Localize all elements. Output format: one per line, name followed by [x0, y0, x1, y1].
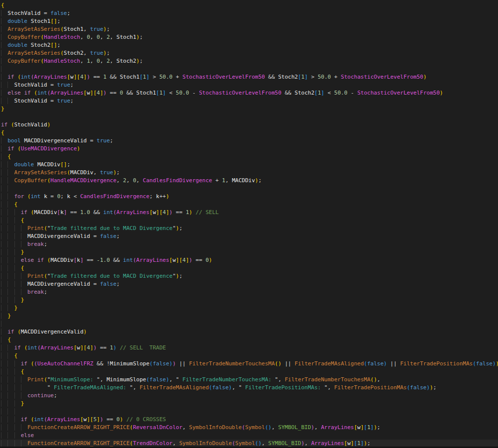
code-line[interactable]: if (StochValid) — [1, 121, 498, 129]
code-line[interactable]: if (UseMACDDivergence) — [1, 145, 498, 153]
indent-guide — [1, 257, 7, 263]
code-line[interactable]: { — [1, 352, 498, 360]
code-token: == — [97, 344, 110, 351]
code-line[interactable]: " FilterTradeMAsAligned: ", FilterTradeM… — [1, 384, 498, 392]
code-token: ( — [60, 26, 64, 32]
code-line[interactable]: MACDDivergenceValid = false; — [1, 232, 498, 240]
code-line[interactable]: } — [1, 304, 498, 312]
code-line[interactable]: { — [1, 264, 498, 272]
code-line[interactable]: MACDDivergenceValid = false; — [1, 280, 498, 288]
code-line[interactable]: if (MACDDivergenceValid) — [1, 328, 498, 336]
code-line[interactable] — [1, 408, 498, 416]
code-line[interactable] — [1, 185, 498, 193]
code-token: 1 — [186, 209, 189, 216]
code-line[interactable]: } — [1, 105, 498, 113]
code-editor[interactable]: { StochValid = false; double Stoch1[]; A… — [0, 0, 498, 448]
code-line[interactable]: if (int(ArrayLines[w][4]) == 1 && Stoch1… — [1, 73, 498, 81]
code-token: int — [34, 416, 44, 423]
code-line[interactable]: StochValid = true; — [1, 97, 498, 105]
code-line[interactable]: { — [1, 153, 498, 161]
code-token: + — [212, 177, 222, 184]
code-line[interactable]: StochValid = false; — [1, 9, 498, 17]
code-line[interactable]: break; — [1, 288, 498, 296]
code-token: ] — [176, 257, 179, 263]
code-token: TrendDnColor — [133, 440, 172, 447]
indent-guide — [1, 10, 7, 16]
code-token: ( — [34, 360, 37, 367]
code-line[interactable]: { — [1, 129, 498, 137]
indent-guide — [1, 289, 7, 295]
code-line[interactable]: ArraySetAsSeries(MACDDiv, true); — [1, 169, 498, 177]
code-token: || — [176, 360, 189, 367]
code-line[interactable]: CopyBuffer(HandleMACDDivergence, 2, 0, C… — [1, 177, 498, 185]
code-line[interactable]: } — [1, 248, 498, 256]
code-token: ] — [186, 257, 189, 263]
code-line[interactable]: { — [1, 336, 498, 344]
code-token: , — [182, 424, 189, 431]
code-line[interactable]: if ((UseAutoChannelFRZ && !MinimumSlope(… — [1, 360, 498, 368]
code-line[interactable]: } — [1, 296, 498, 304]
code-token: 50.0 — [159, 74, 173, 80]
code-line[interactable] — [1, 113, 498, 121]
code-token: false — [50, 10, 67, 16]
code-line[interactable] — [1, 320, 498, 328]
code-line[interactable]: ArraySetAsSeries(Stoch2, true); — [1, 49, 498, 57]
code-line[interactable]: ArraySetAsSeries(Stoch1, true); — [1, 25, 498, 33]
code-line[interactable]: for (int k = 0; k < CandlesFindDivergenc… — [1, 193, 498, 201]
code-line[interactable]: double MACDDiv[]; — [1, 161, 498, 169]
code-line[interactable]: Print("MinimumSlope: ", MinimumSlope(fal… — [1, 376, 498, 384]
indent-guide — [1, 376, 7, 383]
code-token: StochasticOverLevelFrom50 — [182, 74, 265, 80]
code-line[interactable]: Print("Trade filtered due to MACD Diverg… — [1, 224, 498, 232]
code-token: [] — [50, 18, 57, 24]
code-token: - — [189, 90, 199, 96]
code-token: ) — [430, 384, 433, 391]
code-token: && — [93, 360, 107, 367]
code-line[interactable]: } — [1, 312, 498, 320]
code-token: w — [70, 74, 74, 80]
code-token: 4 — [80, 74, 84, 80]
code-token: ( — [113, 209, 117, 216]
code-line[interactable]: bool MACDDivergenceValid = true; — [1, 137, 498, 145]
code-line[interactable]: continue; — [1, 392, 498, 400]
code-token: 0 — [97, 58, 100, 64]
code-token: StochasticOverLevelFrom50 — [341, 74, 423, 80]
code-line[interactable]: if (int(ArrayLines[w][5]) == 0) // 0 CRO… — [1, 416, 498, 424]
code-token: w — [77, 344, 80, 351]
code-line[interactable]: else if (int(ArrayLines[w][4]) == 0 && S… — [1, 89, 498, 97]
code-line[interactable]: else if (MACDDiv[k] == -1.0 && int(Array… — [1, 256, 498, 264]
code-token: } — [1, 106, 4, 112]
code-line[interactable]: double Stoch1[]; — [1, 17, 498, 25]
code-line[interactable]: } — [1, 400, 498, 408]
code-line[interactable]: break; — [1, 240, 498, 248]
code-line[interactable] — [1, 65, 498, 73]
code-token: MinimumSlope — [107, 376, 146, 383]
code-line[interactable]: FunctionCreateARROW_RIGHT_PRICE(Reversal… — [1, 424, 498, 432]
code-line[interactable]: double Stoch2[]; — [1, 41, 498, 49]
code-token: true — [57, 98, 71, 104]
code-token: ( — [44, 416, 47, 423]
code-token — [27, 18, 31, 24]
code-token: k — [77, 257, 80, 263]
code-line[interactable]: { — [1, 217, 498, 224]
code-token: Stoch1 — [31, 18, 51, 24]
code-token: , — [278, 376, 284, 383]
code-line[interactable]: { — [1, 201, 498, 209]
indent-guide — [1, 169, 7, 176]
code-token: MACDDivergenceValid — [27, 281, 90, 287]
code-line[interactable]: { — [1, 1, 498, 9]
code-line[interactable]: CopyBuffer(HandleStoch, 1, 0, 2, Stoch2)… — [1, 57, 498, 65]
code-line[interactable]: if (MACDDiv[k] == 1.0 && int(ArrayLines[… — [1, 209, 498, 217]
code-line[interactable]: CopyBuffer(HandleStoch, 0, 0, 2, Stoch1)… — [1, 33, 498, 41]
indent-guide — [7, 368, 14, 375]
code-line[interactable]: else — [1, 432, 498, 440]
indent-guide — [7, 209, 14, 216]
code-line[interactable]: StochValid = true; — [1, 81, 498, 89]
code-line[interactable]: { — [1, 368, 498, 376]
code-token: ) — [166, 376, 169, 383]
indent-guide — [1, 265, 7, 271]
code-line[interactable]: Print("Trade filtered due to MACD Diverg… — [1, 272, 498, 280]
code-token: int — [27, 344, 37, 351]
code-token: FilterTradePositionMAs — [400, 360, 473, 367]
code-line[interactable]: if (int(ArrayLines[w][4]) == 1) // SELL … — [1, 344, 498, 352]
